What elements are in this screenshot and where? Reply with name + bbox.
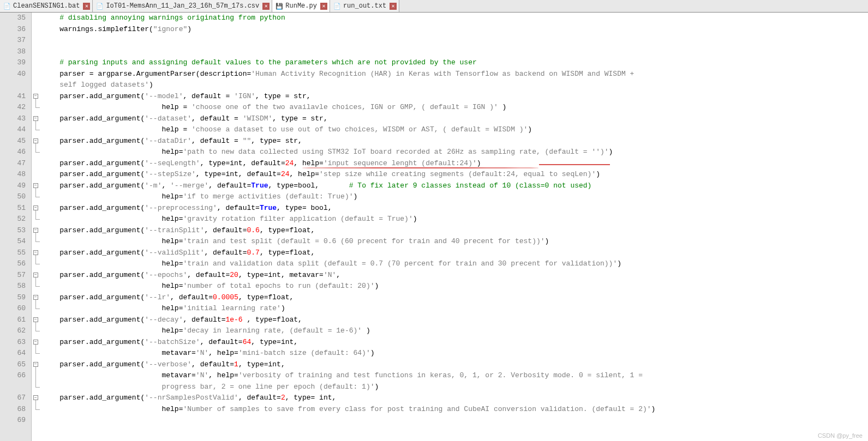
code-line[interactable]: parser.add_argument('--stepSize', type=i… (43, 169, 868, 180)
save-icon: 💾 (276, 2, 283, 10)
line-number: 39 (0, 57, 26, 69)
fold-column: −−−−−−−−−−−−− (32, 13, 43, 441)
code-line[interactable]: parser.add_argument('--validSplit', defa… (43, 247, 868, 259)
line-number-gutter: 353637383940 414243444546474849505152535… (0, 13, 32, 441)
tab-label: RunMe.py (285, 2, 317, 10)
line-number: 66 (0, 370, 26, 382)
line-number: 64 (0, 348, 26, 359)
line-number: 35 (0, 13, 26, 24)
line-number: 57 (0, 270, 26, 281)
code-line[interactable]: parser.add_argument('--verbose', default… (43, 359, 868, 371)
fold-marker[interactable]: − (33, 116, 38, 121)
code-line[interactable]: help='train and test split (default = 0.… (43, 236, 868, 247)
code-line[interactable]: metavar='N', help='mini-batch size (defa… (43, 348, 868, 359)
code-line[interactable]: help='gravity rotation filter applicatio… (43, 214, 868, 225)
fold-marker[interactable]: − (33, 395, 38, 400)
underline-annotation (302, 167, 539, 168)
fold-marker[interactable]: − (33, 362, 38, 367)
tab-label: IoT01-MemsAnn_11_Jan_23_16h_57m_17s.csv (106, 2, 259, 10)
fold-marker[interactable]: − (33, 295, 38, 300)
line-number: 50 (0, 191, 26, 203)
line-number: 63 (0, 337, 26, 348)
line-number: 67 (0, 392, 26, 404)
file-icon: 📄 (96, 2, 104, 10)
line-number: 44 (0, 124, 26, 136)
code-line[interactable]: self logged datasets') (43, 80, 868, 91)
line-number: 58 (0, 281, 26, 292)
code-area[interactable]: −−−−−−−−−−−−− # disabling annoying warni… (32, 13, 868, 441)
line-number: 51 (0, 203, 26, 214)
code-line[interactable]: parser.add_argument('--batchSize', defau… (43, 337, 868, 348)
code-line[interactable]: parser.add_argument('--lr', default=0.00… (43, 292, 868, 304)
fold-marker[interactable]: − (33, 206, 38, 210)
code-line[interactable] (43, 46, 868, 58)
code-line[interactable]: parser.add_argument('--epochs', default=… (43, 270, 868, 281)
line-number: 42 (0, 102, 26, 113)
tab-cleansensing[interactable]: 📄 CleanSENSING1.bat ✕ (0, 0, 93, 12)
fold-marker[interactable]: − (33, 138, 38, 143)
line-number: 69 (0, 415, 26, 426)
tab-runme[interactable]: 💾 RunMe.py ✕ (272, 0, 330, 12)
code-line[interactable]: help = 'choose a dataset to use out of t… (43, 124, 868, 136)
tab-label: CleanSENSING1.bat (13, 2, 80, 10)
code-line[interactable]: help='decay in learning rate, (default =… (43, 325, 868, 337)
code-line[interactable]: parser = argparse.ArgumentParser(descrip… (43, 69, 868, 80)
code-line[interactable] (43, 415, 868, 426)
code-content[interactable]: # disabling annoying warnings originatin… (43, 13, 868, 426)
line-number: 48 (0, 169, 26, 180)
code-line[interactable]: help='train and validation data split (d… (43, 258, 868, 270)
code-line[interactable]: help='number of total epochs to run (def… (43, 281, 868, 292)
code-line[interactable]: progress bar, 2 = one line per epoch (de… (43, 382, 868, 393)
strike-annotation (539, 164, 610, 165)
code-line[interactable]: parser.add_argument('--model', default =… (43, 91, 868, 102)
line-number: 61 (0, 315, 26, 326)
line-number: 43 (0, 113, 26, 125)
line-number (0, 382, 26, 393)
line-number: 49 (0, 180, 26, 192)
line-number: 46 (0, 147, 26, 158)
code-line[interactable]: # disabling annoying warnings originatin… (43, 13, 868, 24)
code-line[interactable]: help='if to merge activities (default: T… (43, 191, 868, 203)
code-line[interactable]: warnings.simplefilter("ignore") (43, 24, 868, 35)
watermark: CSDN @py_free (818, 432, 863, 439)
line-number: 47 (0, 158, 26, 170)
code-line[interactable]: help='path to new data collected using S… (43, 147, 868, 158)
tab-runout[interactable]: 📄 run_out.txt ✕ (330, 0, 399, 12)
tab-label: run_out.txt (343, 2, 386, 10)
code-line[interactable]: parser.add_argument('--dataset', default… (43, 113, 868, 125)
line-number: 60 (0, 303, 26, 315)
code-line[interactable]: parser.add_argument('--decay', default=1… (43, 315, 868, 326)
close-icon[interactable]: ✕ (390, 3, 397, 10)
code-line[interactable]: help='initial learning rate') (43, 303, 868, 315)
line-number: 36 (0, 24, 26, 35)
line-number (0, 80, 26, 91)
close-icon[interactable]: ✕ (262, 3, 270, 10)
line-number: 40 (0, 69, 26, 80)
code-line[interactable]: metavar='N', help='verbosity of training… (43, 370, 868, 382)
line-number: 37 (0, 35, 26, 46)
tab-bar: 📄 CleanSENSING1.bat ✕ 📄 IoT01-MemsAnn_11… (0, 0, 868, 13)
fold-marker[interactable]: − (33, 250, 38, 255)
tab-iot-csv[interactable]: 📄 IoT01-MemsAnn_11_Jan_23_16h_57m_17s.cs… (93, 0, 272, 12)
code-line[interactable]: parser.add_argument('-m', '--merge', def… (43, 180, 868, 192)
close-icon[interactable]: ✕ (83, 3, 90, 10)
fold-marker[interactable]: − (33, 317, 38, 322)
fold-marker[interactable]: − (33, 228, 38, 233)
code-line[interactable]: parser.add_argument('--nrSamplesPostVali… (43, 392, 868, 404)
code-line[interactable]: help = 'choose one of the two availavle … (43, 102, 868, 113)
file-icon: 📄 (333, 2, 341, 10)
code-line[interactable]: parser.add_argument('--dataDir', default… (43, 136, 868, 147)
line-number: 53 (0, 225, 26, 237)
code-line[interactable] (43, 35, 868, 46)
fold-marker[interactable]: − (33, 340, 38, 345)
line-number: 52 (0, 214, 26, 225)
code-line[interactable]: # parsing inputs and assigning default v… (43, 57, 868, 69)
code-line[interactable]: help='Number of samples to save from eve… (43, 404, 868, 415)
fold-marker[interactable]: − (33, 94, 38, 99)
code-line[interactable]: parser.add_argument('--preprocessing', d… (43, 203, 868, 214)
fold-marker[interactable]: − (33, 273, 38, 277)
close-icon[interactable]: ✕ (320, 3, 327, 10)
fold-marker[interactable]: − (33, 183, 38, 188)
code-line[interactable]: parser.add_argument('--trainSplit', defa… (43, 225, 868, 237)
line-number: 59 (0, 292, 26, 304)
